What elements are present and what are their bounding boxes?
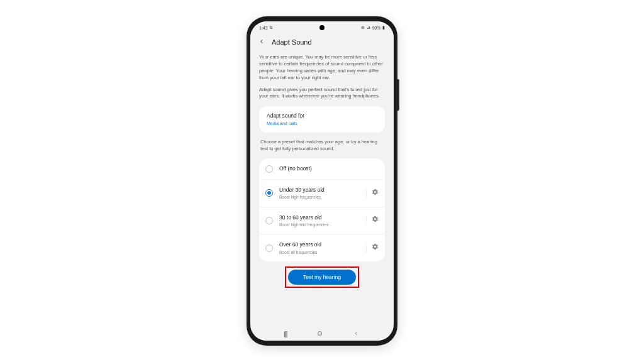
status-activity-icon: ⇅ xyxy=(269,25,273,30)
phone-screen: 1:43 ⇅ ⊚ ⊿ 90% ▮ Adapt Sound Your ears a… xyxy=(250,21,394,341)
back-icon[interactable] xyxy=(258,36,265,48)
preset-over-60[interactable]: Over 60 years old Boost all frequencies xyxy=(259,234,385,261)
nav-recent-icon[interactable]: ||| xyxy=(284,331,287,337)
gear-icon[interactable] xyxy=(372,189,379,198)
preset-under-30-label: Under 30 years old xyxy=(279,186,360,194)
highlight-annotation: Test my hearing xyxy=(285,266,359,288)
battery-icon: ▮ xyxy=(382,25,385,30)
preset-under-30[interactable]: Under 30 years old Boost high frequencie… xyxy=(259,180,385,207)
content-area: Your ears are unique. You may be more se… xyxy=(250,52,394,327)
status-time: 1:43 xyxy=(259,26,268,30)
wifi-icon: ⊚ xyxy=(361,25,365,30)
radio-30-60[interactable] xyxy=(265,217,273,224)
radio-off[interactable] xyxy=(265,165,273,173)
test-button-container: Test my hearing xyxy=(259,266,385,293)
preset-30-60-label: 30 to 60 years old xyxy=(279,214,360,221)
adapt-for-value: Media and calls xyxy=(267,121,377,127)
subdescription-text: Adapt sound gives you perfect sound that… xyxy=(259,87,385,101)
preset-30-60-sub: Boost high/mid frequencies xyxy=(279,222,360,228)
radio-over-60[interactable] xyxy=(265,244,273,252)
gear-icon[interactable] xyxy=(372,216,379,225)
preset-over-60-sub: Boost all frequencies xyxy=(279,250,360,255)
page-header: Adapt Sound xyxy=(250,33,394,52)
svg-rect-0 xyxy=(318,332,322,336)
adapt-sound-for-card[interactable]: Adapt sound for Media and calls xyxy=(259,106,385,132)
preset-list: Off (no boost) Under 30 years old Boost … xyxy=(259,158,385,261)
phone-side-button xyxy=(397,79,399,111)
radio-under-30[interactable] xyxy=(265,189,273,197)
phone-frame: 1:43 ⇅ ⊚ ⊿ 90% ▮ Adapt Sound Your ears a… xyxy=(247,16,397,346)
signal-icon: ⊿ xyxy=(367,25,370,30)
battery-percent: 90% xyxy=(372,26,380,30)
camera-notch xyxy=(319,25,325,30)
test-my-hearing-button[interactable]: Test my hearing xyxy=(288,270,356,285)
preset-30-60[interactable]: 30 to 60 years old Boost high/mid freque… xyxy=(259,207,385,235)
page-title: Adapt Sound xyxy=(272,38,312,46)
gear-icon[interactable] xyxy=(372,243,379,253)
preset-hint-text: Choose a preset that matches your age, o… xyxy=(259,139,385,153)
nav-back-icon[interactable] xyxy=(353,328,360,339)
preset-over-60-label: Over 60 years old xyxy=(279,241,360,248)
preset-off-label: Off (no boost) xyxy=(279,165,379,172)
navigation-bar: ||| xyxy=(250,327,394,341)
adapt-for-title: Adapt sound for xyxy=(267,112,377,119)
preset-under-30-sub: Boost high frequencies xyxy=(279,194,360,200)
preset-off[interactable]: Off (no boost) xyxy=(259,158,385,179)
description-text: Your ears are unique. You may be more se… xyxy=(259,54,385,82)
nav-home-icon[interactable] xyxy=(316,328,323,339)
